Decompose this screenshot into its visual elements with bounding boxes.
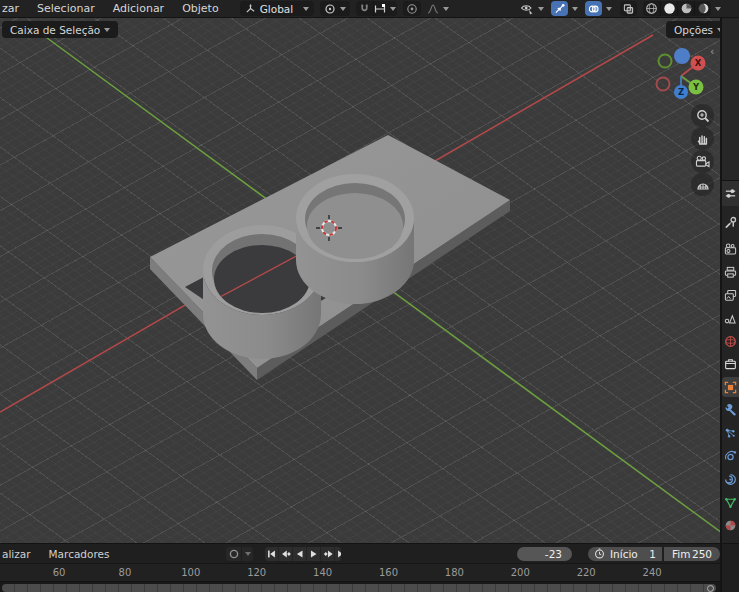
- shading-wireframe-button[interactable]: [643, 1, 660, 16]
- timeline-menu-view[interactable]: alizar: [0, 548, 40, 560]
- proportional-falloff-dropdown[interactable]: [424, 1, 452, 16]
- axis-label-z: Z: [678, 87, 684, 97]
- camera-icon: [695, 155, 710, 168]
- ruler-tick: 180: [445, 567, 464, 578]
- tab-physics[interactable]: [722, 446, 739, 466]
- menu-view[interactable]: zar: [0, 0, 28, 18]
- navigation-axis-gizmo[interactable]: X Y Z: [653, 46, 713, 106]
- xray-toggle[interactable]: [620, 1, 637, 16]
- chevron-down-icon[interactable]: [606, 7, 612, 11]
- tab-object[interactable]: [722, 377, 739, 397]
- tab-view-layer[interactable]: [722, 285, 739, 305]
- grid-sphere-icon: [696, 178, 710, 191]
- toggle-perspective-button[interactable]: [691, 173, 714, 196]
- clock-icon: [594, 548, 605, 559]
- transform-orientation-dropdown[interactable]: Global: [240, 1, 314, 16]
- timeline-scrollbar[interactable]: [2, 584, 716, 592]
- blender-window: zar Selecionar Adicionar Objeto Global: [0, 0, 739, 592]
- axis-label-y: Y: [692, 82, 700, 92]
- playback-controls: [265, 547, 340, 561]
- visibility-eye-icon: [520, 3, 534, 15]
- active-tool-label: Caixa de Seleção: [10, 24, 100, 36]
- axis-ball-neg-z[interactable]: [674, 48, 690, 64]
- timeline-menu-markers[interactable]: Marcadores: [40, 548, 119, 560]
- ruler-tick: 240: [643, 567, 662, 578]
- shading-material-icon: [680, 2, 693, 15]
- next-keyframe-button[interactable]: [320, 547, 334, 561]
- timeline-editor: alizar Marcadores -23: [0, 543, 720, 592]
- chevron-down-icon[interactable]: [572, 7, 578, 11]
- jump-to-end-button[interactable]: [334, 547, 340, 561]
- timeline-ruler[interactable]: 6080100120140160180200220240: [0, 563, 720, 581]
- end-label: Fim: [672, 548, 690, 560]
- menu-add[interactable]: Adicionar: [104, 0, 173, 18]
- tab-collection[interactable]: [722, 354, 739, 374]
- physics-icon: [724, 450, 737, 463]
- snap-settings-dropdown[interactable]: [373, 1, 397, 16]
- tab-tool[interactable]: [722, 212, 739, 232]
- tool-icon: [724, 216, 737, 229]
- tab-modifiers[interactable]: [722, 400, 739, 420]
- tab-output[interactable]: [722, 262, 739, 282]
- pan-button[interactable]: [691, 127, 714, 150]
- tab-render[interactable]: [722, 239, 739, 259]
- menu-object[interactable]: Objeto: [173, 0, 228, 18]
- tab-particles[interactable]: [722, 423, 739, 443]
- chevron-down-icon[interactable]: [715, 7, 721, 11]
- active-tool-dropdown[interactable]: Caixa de Seleção: [2, 21, 118, 38]
- chevron-down-icon: [390, 7, 396, 11]
- previous-keyframe-button[interactable]: [278, 547, 292, 561]
- frame-end-field[interactable]: Fim 250: [664, 547, 720, 561]
- axis-label-x: X: [695, 58, 702, 68]
- tab-scene[interactable]: [722, 308, 739, 328]
- chevron-down-icon: [443, 7, 449, 11]
- tab-material[interactable]: [722, 515, 739, 535]
- snap-toggle-button[interactable]: [356, 1, 373, 16]
- tab-world[interactable]: [722, 331, 739, 351]
- shading-material-button[interactable]: [677, 1, 694, 16]
- shading-solid-button[interactable]: [660, 1, 677, 16]
- 3d-viewport[interactable]: Caixa de Seleção Opções ‹ X Y Z: [0, 18, 722, 543]
- properties-header: [722, 180, 739, 206]
- shading-wireframe-icon: [645, 2, 658, 15]
- menu-select[interactable]: Selecionar: [28, 0, 104, 18]
- play-reverse-button[interactable]: [292, 547, 306, 561]
- record-circle-icon: [229, 549, 239, 559]
- frame-start-field[interactable]: Início 1: [588, 547, 662, 561]
- scene-canvas: [0, 18, 722, 543]
- show-gizmos-toggle[interactable]: [551, 1, 568, 16]
- ruler-tick: 220: [577, 567, 596, 578]
- proportional-editing-icon: [406, 3, 418, 15]
- chevron-down-icon: [104, 28, 110, 32]
- show-overlays-toggle[interactable]: [585, 1, 602, 16]
- snap-increment-icon: [374, 4, 386, 14]
- timeline-header: alizar Marcadores -23: [0, 544, 720, 563]
- viewport-header: zar Selecionar Adicionar Objeto Global: [0, 0, 739, 18]
- axis-ball-neg-y[interactable]: [659, 55, 672, 68]
- current-frame-field[interactable]: -23: [517, 547, 572, 561]
- auto-keying-toggle[interactable]: [226, 547, 241, 561]
- tab-object-data[interactable]: [722, 492, 739, 512]
- scrollbar-knob[interactable]: [707, 585, 714, 592]
- object-visibility-dropdown[interactable]: [517, 1, 547, 16]
- auto-keying-dropdown[interactable]: [241, 547, 253, 561]
- chevron-down-icon: [303, 7, 309, 11]
- pivot-point-dropdown[interactable]: [320, 1, 350, 16]
- properties-tab-strip: [722, 206, 739, 543]
- shading-rendered-button[interactable]: [694, 1, 711, 16]
- play-button[interactable]: [306, 547, 320, 561]
- zoom-button[interactable]: [691, 104, 714, 127]
- particles-icon: [724, 427, 737, 440]
- properties-editor-icon[interactable]: [724, 187, 737, 200]
- jump-to-start-button[interactable]: [265, 547, 278, 561]
- model-ring-right[interactable]: [296, 174, 414, 304]
- tab-constraints[interactable]: [722, 469, 739, 489]
- axis-ball-neg-x[interactable]: [657, 78, 670, 91]
- camera-view-button[interactable]: [691, 150, 714, 173]
- xray-icon: [623, 3, 634, 15]
- outliner-body[interactable]: [722, 19, 739, 180]
- magnifier-plus-icon: [696, 109, 710, 123]
- proportional-editing-toggle[interactable]: [403, 1, 421, 16]
- options-dropdown[interactable]: Opções: [666, 21, 722, 38]
- options-label: Opções: [674, 24, 713, 36]
